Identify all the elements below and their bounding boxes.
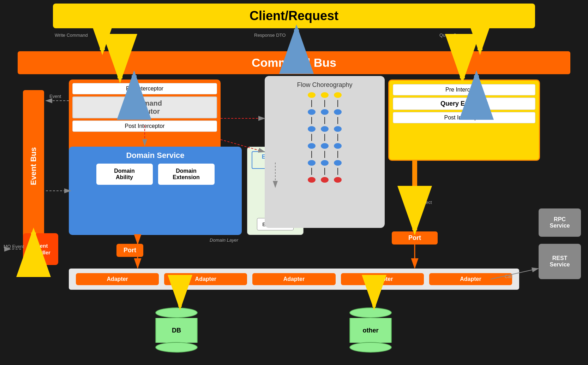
adapters-container: Adapter Adapter Adapter Adapter Adapter bbox=[69, 269, 519, 290]
flow-dot-blue-9 bbox=[334, 109, 342, 115]
flow-dot-blue-7 bbox=[321, 143, 329, 149]
db-bottom bbox=[155, 342, 198, 353]
query-command-label: Query Command bbox=[439, 33, 474, 38]
event-handler-box: Event Handler bbox=[23, 233, 58, 265]
other-cylinder: other bbox=[349, 307, 392, 353]
post-interceptor-query: Post Interceptor bbox=[393, 112, 535, 123]
client-request-box: Client/Request bbox=[53, 4, 535, 28]
db-top bbox=[155, 307, 198, 318]
domain-extension-box: Domain Extension bbox=[158, 164, 215, 185]
domain-layer-box: Domain Service Domain Ability Domain Ext… bbox=[69, 147, 242, 235]
rest-service-box: REST Service bbox=[539, 244, 581, 279]
command-bus-label: Command Bus bbox=[252, 56, 336, 70]
event-handler-label: Event Handler bbox=[31, 242, 50, 256]
rpc-service-box: RPC Service bbox=[539, 208, 581, 237]
event-bus-box: Event Bus bbox=[23, 90, 44, 242]
rest-service-label: REST Service bbox=[550, 255, 570, 268]
flow-dot-blue-12 bbox=[334, 160, 342, 166]
flow-dot-red-3 bbox=[334, 177, 342, 183]
port-left-box: Port bbox=[116, 244, 143, 257]
db-label: DB bbox=[155, 318, 198, 343]
domain-ability-box: Domain Ability bbox=[96, 164, 153, 185]
pre-interceptor-command: Pre Interceptor bbox=[72, 83, 217, 94]
adapter-5: Adapter bbox=[429, 273, 512, 285]
post-interceptor-command: Post Interceptor bbox=[72, 120, 217, 132]
architecture-diagram: Client/Request Command Bus Event Bus Pre… bbox=[0, 0, 588, 365]
flow-dot-blue-11 bbox=[334, 143, 342, 149]
event-bus-label: Event Bus bbox=[29, 147, 38, 185]
flow-dot-blue-5 bbox=[321, 109, 329, 115]
client-request-label: Client/Request bbox=[250, 8, 338, 23]
command-executor-box: Command Executor bbox=[72, 96, 217, 118]
data-object-label: Data Object bbox=[408, 200, 432, 205]
domain-boxes-row: Domain Ability Domain Extension bbox=[73, 164, 238, 185]
adapter-1: Adapter bbox=[76, 273, 159, 285]
flow-choreography-title: Flow Choreography bbox=[270, 81, 379, 89]
adapter-3: Adapter bbox=[252, 273, 335, 285]
flow-dot-blue-10 bbox=[334, 126, 342, 132]
event-label: Event bbox=[49, 94, 61, 99]
write-command-label: Write Command bbox=[55, 33, 88, 38]
flow-dot-blue-8 bbox=[321, 160, 329, 166]
flow-choreography-box: Flow Choreography bbox=[265, 76, 385, 228]
query-handler-box: Pre Interceptor Query Executor Post Inte… bbox=[388, 80, 540, 161]
flow-dot-blue-3 bbox=[308, 143, 316, 149]
pre-interceptor-query: Pre Interceptor bbox=[393, 84, 535, 95]
call-label: Call bbox=[505, 274, 512, 279]
other-top bbox=[349, 307, 392, 318]
flow-dot-red-1 bbox=[308, 177, 316, 183]
flow-dot-yellow-3 bbox=[334, 92, 342, 98]
response-dto-label: Response DTO bbox=[254, 33, 286, 38]
other-bottom bbox=[349, 342, 392, 353]
flow-dot-blue-4 bbox=[308, 160, 316, 166]
flow-dot-red-2 bbox=[321, 177, 329, 183]
query-executor-box: Query Executor bbox=[393, 98, 535, 110]
port-right-box: Port bbox=[392, 231, 438, 245]
domain-layer-label: Domain Layer bbox=[210, 237, 238, 243]
command-bus-box: Command Bus bbox=[18, 51, 570, 74]
domain-service-label: Domain Service bbox=[73, 151, 238, 160]
flow-dot-yellow-1 bbox=[308, 92, 316, 98]
db-cylinder: DB bbox=[155, 307, 198, 353]
adapter-2: Adapter bbox=[164, 273, 247, 285]
flow-dot-blue-1 bbox=[308, 109, 316, 115]
mq-event-label: MQ Event bbox=[4, 244, 24, 249]
other-label: other bbox=[349, 318, 392, 343]
flow-dot-blue-6 bbox=[321, 126, 329, 132]
flow-dot-yellow-2 bbox=[321, 92, 329, 98]
adapter-4: Adapter bbox=[341, 273, 424, 285]
flow-dot-blue-2 bbox=[308, 126, 316, 132]
rpc-service-label: RPC Service bbox=[550, 216, 570, 229]
